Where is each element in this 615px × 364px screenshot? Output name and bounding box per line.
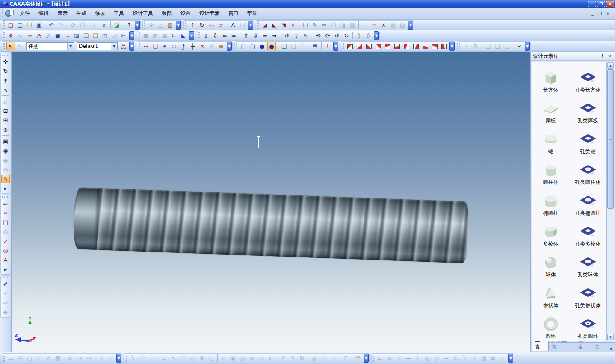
library-item-torus[interactable]: 圆环 — [532, 310, 569, 341]
close-button[interactable]: ✕ — [606, 1, 614, 7]
redo-icon[interactable]: ↷ — [56, 21, 65, 29]
polyline-tool-icon[interactable]: ∟ — [160, 354, 169, 362]
toolbar-overflow-chevron[interactable]: ▼ — [116, 354, 121, 363]
tangent-constraint-icon[interactable]: ⊘ — [385, 354, 394, 362]
render-alert-icon[interactable]: ! — [323, 42, 332, 50]
rotate-up-icon[interactable]: ⇑ — [242, 31, 251, 40]
toolbar-grip[interactable] — [139, 32, 140, 39]
toolbar-grip[interactable] — [126, 355, 127, 362]
library-item-key[interactable]: 键 — [532, 125, 569, 156]
paste-feature-icon[interactable]: ❏ — [361, 21, 369, 29]
menu-item-6[interactable]: 设计工具 — [128, 9, 157, 18]
sketch-arrow-icon[interactable]: ↗ — [1, 237, 10, 245]
smart-surface-icon[interactable]: ▱ — [25, 31, 34, 40]
zoom-icon[interactable]: ⌕ — [1, 97, 10, 106]
display-plane-icon[interactable]: ◪ — [112, 21, 121, 29]
pan-right-icon[interactable]: ⇨ — [230, 31, 238, 40]
menu-item-2[interactable]: 显示 — [53, 9, 72, 18]
fly-mode-icon[interactable]: ↟ — [1, 76, 10, 85]
style-dropdown[interactable]: Default▼ — [77, 42, 118, 50]
toolbar-overflow-chevron[interactable]: ▼ — [129, 42, 134, 51]
spline-tool-icon[interactable]: ∿ — [169, 354, 178, 362]
toolbar-overflow-chevron[interactable]: ▼ — [176, 21, 181, 30]
toolbar-overflow-chevron[interactable]: ▼ — [135, 21, 140, 30]
minimize-button[interactable]: _ — [588, 1, 596, 7]
select-cursor-icon[interactable]: ↖ — [6, 42, 15, 50]
library-item-sphere[interactable]: 球体 — [532, 249, 569, 279]
menu-item-4[interactable]: 修改 — [91, 9, 109, 18]
selection-filter-dropdown[interactable]: 任意▼ — [26, 42, 74, 50]
smart-motion-icon[interactable]: ❖ — [6, 31, 15, 40]
toolbar-grip[interactable] — [3, 43, 5, 50]
toolbar-overflow-chevron[interactable]: ▼ — [508, 354, 513, 363]
tabs-overflow-chevron[interactable]: ▼ — [608, 347, 614, 351]
shade-with-edges-icon[interactable]: ● — [267, 42, 276, 50]
property-sheet-icon[interactable]: ▤ — [311, 42, 319, 50]
extend-icon[interactable]: ⇥ — [75, 354, 84, 362]
arc-tangent-tool-icon[interactable]: ◡ — [148, 354, 156, 362]
trim-icon[interactable]: ✕ — [66, 354, 74, 362]
toolbar-overflow-chevron[interactable]: ▼ — [189, 31, 194, 40]
orbit-right-icon[interactable]: ↻ — [342, 31, 351, 40]
toolbar-grip[interactable] — [198, 32, 200, 39]
circle-radius-icon[interactable]: ⊖ — [257, 354, 266, 362]
library-item-hole-ellipse-cylinder[interactable]: 孔类椭圆柱 — [569, 187, 606, 218]
sketch-mirror-icon[interactable]: ◫ — [35, 354, 43, 362]
view-axo-1-icon[interactable] — [421, 42, 429, 50]
expand-more-icon[interactable]: ▸ — [1, 184, 10, 192]
loft-tool-icon[interactable]: ▱ — [216, 21, 225, 29]
hatch-tool-icon[interactable]: ▤ — [354, 354, 362, 362]
roll-ccw-icon[interactable]: ↺ — [283, 31, 291, 40]
pan-down-icon[interactable]: ⇩ — [211, 31, 219, 40]
menu-item-0[interactable]: 文件 — [15, 9, 34, 18]
corner-plane-icon[interactable]: ◣ — [179, 31, 188, 40]
roll-cw-icon[interactable]: ↻ — [302, 31, 310, 40]
zoom-window-icon[interactable]: ⊡ — [1, 107, 10, 115]
library-item-hole-slab[interactable]: 孔类厚板 — [569, 95, 606, 125]
coincident-constraint-icon[interactable]: ◇ — [432, 354, 441, 362]
concentric-constraint-icon[interactable]: ◎ — [423, 354, 432, 362]
scene-light-icon[interactable]: ☼ — [147, 21, 156, 29]
view-axo-2-icon[interactable] — [430, 42, 439, 50]
section-tool-icon[interactable]: ◪ — [72, 31, 81, 40]
wireframe-view-icon[interactable]: ▢ — [239, 42, 248, 50]
toolbar-overflow-chevron[interactable]: ▼ — [248, 21, 253, 30]
library-item-polyhedron[interactable]: 多棱体 — [532, 218, 569, 249]
toolbar-grip[interactable] — [343, 43, 344, 50]
line-tool-icon[interactable]: ╲ — [129, 354, 137, 362]
cut-feature-icon[interactable]: ◣ — [270, 21, 278, 29]
walk-mode-icon[interactable]: ∿ — [1, 86, 10, 94]
camera-lock-icon[interactable]: ◉ — [1, 156, 10, 164]
mesh-display-icon[interactable]: ▦ — [160, 31, 169, 40]
library-item-hole-pie[interactable]: 孔类饼状体 — [569, 279, 606, 310]
sketch-rotate-icon[interactable]: ○ — [25, 354, 34, 362]
arc-3pt-icon[interactable]: ↻ — [298, 354, 306, 362]
circle-tangent-icon[interactable]: ⊕ — [248, 354, 256, 362]
copy-feature-icon[interactable]: ❐ — [329, 21, 338, 29]
scene-settings-icon[interactable]: △ — [157, 21, 165, 29]
delete-segment-icon[interactable]: ✂ — [85, 354, 93, 362]
circle-2pt-icon[interactable]: ◉ — [229, 354, 237, 362]
render-brush-icon[interactable]: ✎ — [1, 175, 10, 183]
delete-feature-icon[interactable]: ✕ — [379, 21, 388, 29]
sketch-circle-icon[interactable]: ◎ — [1, 246, 10, 255]
undo-icon[interactable]: ↶ — [47, 21, 56, 29]
sweep-tool-icon[interactable]: ↝ — [207, 21, 216, 29]
equal-constraint-icon[interactable]: ⇔ — [442, 354, 450, 362]
view-top-icon[interactable] — [383, 42, 392, 50]
pin-icon[interactable] — [599, 53, 606, 59]
menu-item-7[interactable]: 装配 — [157, 9, 176, 18]
view-bottom-icon[interactable] — [393, 42, 401, 50]
menu-item-3[interactable]: 生成 — [72, 9, 91, 18]
toolbar-grip[interactable] — [139, 43, 140, 50]
symmetry-constraint-icon[interactable]: ≡ — [489, 354, 497, 362]
note-3-icon[interactable]: ❏ — [503, 42, 511, 50]
trim-body-icon[interactable]: ✂ — [119, 31, 128, 40]
curve-3d-icon[interactable]: ↝ — [142, 42, 150, 50]
viewpoint-icon[interactable]: ▣ — [1, 137, 10, 145]
eyedropper-icon[interactable]: ✐ — [1, 280, 10, 288]
menu-item-10[interactable]: 窗口 — [224, 9, 243, 18]
open-icon[interactable]: ❒ — [25, 21, 34, 29]
sketch-pattern-icon[interactable]: ▦ — [53, 354, 62, 362]
scrollbar-thumb[interactable] — [607, 69, 614, 209]
